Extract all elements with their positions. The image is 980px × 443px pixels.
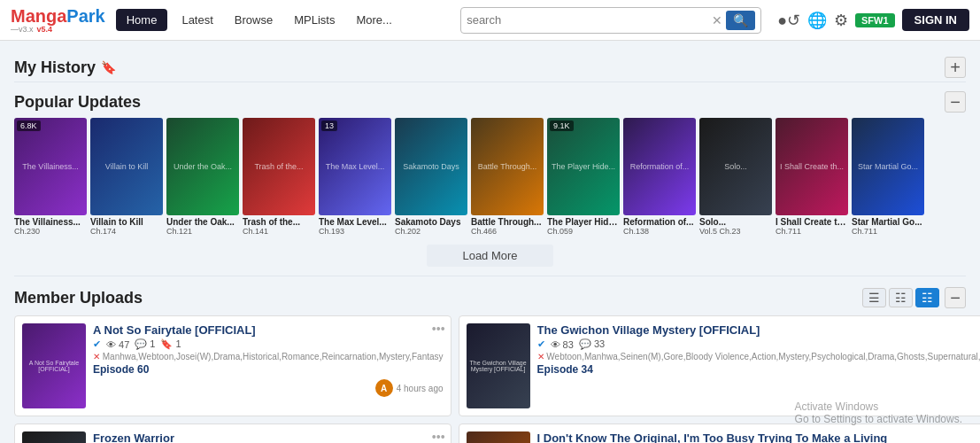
history-icon[interactable]: ●↺ <box>777 11 800 30</box>
manga-thumb: Trash of the... <box>243 118 315 215</box>
upload-thumb: I Don't Know The Original, I'm Too Busy … <box>467 431 530 443</box>
manga-card[interactable]: Reformation of... Reformation of... Ch.1… <box>623 118 696 236</box>
member-uploads-section: Member Uploads ☰ ☷ ☷ − A Not So Fairytal… <box>14 287 966 443</box>
uploads-grid: A Not So Fairytale [OFFICIAL] A Not So F… <box>14 315 966 443</box>
nav-browse-button[interactable]: Browse <box>228 9 280 31</box>
popular-updates-collapse-button[interactable]: − <box>945 91 966 113</box>
manga-thumb: Solo... <box>699 118 772 215</box>
manga-info: Sakamoto Days Ch.202 <box>395 217 467 236</box>
manga-thumb-bg: The Player Hide... <box>547 118 620 215</box>
manga-card[interactable]: Battle Through... Battle Through... Ch.4… <box>471 118 544 236</box>
search-button[interactable]: 🔍 <box>726 11 755 30</box>
manga-thumb: Sakamoto Days <box>395 118 467 215</box>
verified-icon: ✔ <box>93 338 101 350</box>
manga-thumb-bg: Battle Through... <box>471 118 544 215</box>
manga-thumb: I Shall Create th... <box>776 118 848 215</box>
upload-thumb-bg: Frozen Warrior <box>22 431 86 443</box>
manga-title: Under the Oak... <box>166 217 239 227</box>
upload-chapter: Episode 60 <box>93 363 444 376</box>
logo: MangaPark —v3.x v5.4 <box>11 6 105 35</box>
view-list-button[interactable]: ☰ <box>862 288 886 307</box>
manga-card[interactable]: Trash of the... Trash of the... Ch.141 <box>243 118 315 236</box>
search-bar: ✕ 🔍 <box>460 7 761 34</box>
upload-card[interactable]: I Don't Know The Original, I'm Too Busy … <box>459 424 980 443</box>
nav-mplists-button[interactable]: MPLists <box>287 9 342 31</box>
manga-chapter: Ch.193 <box>319 227 391 236</box>
manga-thumb: The Player Hide... 9.1K <box>547 118 620 215</box>
search-input[interactable] <box>467 13 712 27</box>
nav-latest-button[interactable]: Latest <box>174 9 220 31</box>
manga-info: Star Martial Go... Ch.711 <box>852 217 924 236</box>
upload-chapter: Episode 34 <box>537 363 980 376</box>
my-history-expand-button[interactable]: + <box>945 57 966 78</box>
globe-icon[interactable]: 🌐 <box>807 11 827 30</box>
upload-card[interactable]: A Not So Fairytale [OFFICIAL] A Not So F… <box>14 315 451 416</box>
manga-thumb-bg: Sakamoto Days <box>395 118 467 215</box>
manga-title: Sakamoto Days <box>395 217 467 227</box>
manga-thumb: Star Martial Go... <box>852 118 924 215</box>
nav-home-button[interactable]: Home <box>116 9 168 31</box>
upload-info: Frozen Warrior ✔ 👁 370 💬 1 🔖 37 <box>93 431 444 443</box>
manga-title: Solo... <box>699 217 772 227</box>
upload-card[interactable]: The Gwichon Village Mystery [OFFICIAL] T… <box>459 315 980 416</box>
manga-title: Villain to Kill <box>90 217 163 227</box>
manga-card[interactable]: Villain to Kill Villain to Kill Ch.174 <box>90 118 163 236</box>
manga-card[interactable]: I Shall Create th... I Shall Create th..… <box>776 118 848 236</box>
upload-card[interactable]: Frozen Warrior Frozen Warrior ✔ 👁 370 💬 … <box>14 424 451 443</box>
member-uploads-title: Member Uploads <box>14 289 143 307</box>
upload-title: Frozen Warrior <box>93 431 444 443</box>
settings-icon[interactable]: ⚙ <box>834 11 848 30</box>
manga-card[interactable]: Under the Oak... Under the Oak... Ch.121 <box>166 118 239 236</box>
manga-thumb-bg: Villain to Kill <box>90 118 163 215</box>
manga-card[interactable]: The Max Level... 13 The Max Level... Ch.… <box>319 118 391 236</box>
view-grid2-button[interactable]: ☷ <box>889 288 913 307</box>
view-grid3-button[interactable]: ☷ <box>915 288 939 307</box>
signin-button[interactable]: SIGN IN <box>902 9 969 31</box>
manga-info: The Player Hide... Ch.059 <box>547 217 620 236</box>
load-more-button[interactable]: Load More <box>427 245 552 267</box>
manga-card[interactable]: Sakamoto Days Sakamoto Days Ch.202 <box>395 118 467 236</box>
manga-card[interactable]: The Villainess... 6.8K The Villainess...… <box>14 118 87 236</box>
manga-thumb-bg: The Max Level... <box>319 118 391 215</box>
manga-title: Battle Through... <box>471 217 544 227</box>
upload-time: A 4 hours ago <box>93 379 444 397</box>
sfw-badge[interactable]: SFW1 <box>855 13 895 27</box>
nav-more-button[interactable]: More... <box>349 9 398 31</box>
upload-thumb-bg: The Gwichon Village Mystery [OFFICIAL] <box>467 323 530 408</box>
member-uploads-header: Member Uploads ☰ ☷ ☷ − <box>14 287 966 308</box>
upload-stats: ✔ 👁 83 💬 33 <box>537 338 980 350</box>
manga-info: I Shall Create th... Ch.711 <box>776 217 848 236</box>
upload-thumb-bg: I Don't Know The Original, I'm Too Busy … <box>467 431 530 443</box>
verified-icon: ✔ <box>537 338 545 350</box>
bookmarks-count: 🔖 1 <box>160 338 181 350</box>
manga-card[interactable]: Solo... Solo... Vol.5 Ch.23 <box>699 118 772 236</box>
manga-card[interactable]: The Player Hide... 9.1K The Player Hide.… <box>547 118 620 236</box>
manga-badge: 6.8K <box>17 120 41 131</box>
search-clear-icon[interactable]: ✕ <box>712 13 722 27</box>
manga-thumb: The Villainess... 6.8K <box>14 118 87 215</box>
popular-updates-section: Popular Updates − The Villainess... 6.8K… <box>14 91 966 272</box>
manga-card[interactable]: Star Martial Go... Star Martial Go... Ch… <box>852 118 924 236</box>
views-count: 👁 83 <box>551 339 574 350</box>
upload-more-button[interactable]: ••• <box>432 430 445 443</box>
member-uploads-collapse-button[interactable]: − <box>945 287 966 308</box>
logo-version2: v5.4 <box>37 26 53 35</box>
manga-thumb-bg: Trash of the... <box>243 118 315 215</box>
manga-chapter: Ch.202 <box>395 227 467 236</box>
upload-thumb: A Not So Fairytale [OFFICIAL] <box>22 323 86 408</box>
view-toggle: ☰ ☷ ☷ <box>862 288 939 307</box>
upload-thumb: Frozen Warrior <box>22 431 86 443</box>
manga-thumb-bg: Under the Oak... <box>166 118 239 215</box>
manga-thumb-bg: The Villainess... <box>14 118 87 215</box>
upload-more-button[interactable]: ••• <box>432 322 445 336</box>
manga-chapter: Ch.138 <box>623 227 696 236</box>
upload-time: G 4 hours ago <box>537 379 980 397</box>
main-content: My History 🔖 + Popular Updates − The Vil… <box>0 41 980 443</box>
upload-tags: ✕ Webtoon,Manhwa,Seinen(M),Gore,Bloody V… <box>537 352 980 361</box>
manga-title: The Max Level... <box>319 217 391 227</box>
manga-badge: 9.1K <box>550 120 574 131</box>
load-more-bar: Load More <box>14 239 966 272</box>
manga-chapter: Ch.466 <box>471 227 544 236</box>
manga-chapter: Ch.711 <box>776 227 848 236</box>
upload-title: A Not So Fairytale [OFFICIAL] <box>93 323 444 337</box>
